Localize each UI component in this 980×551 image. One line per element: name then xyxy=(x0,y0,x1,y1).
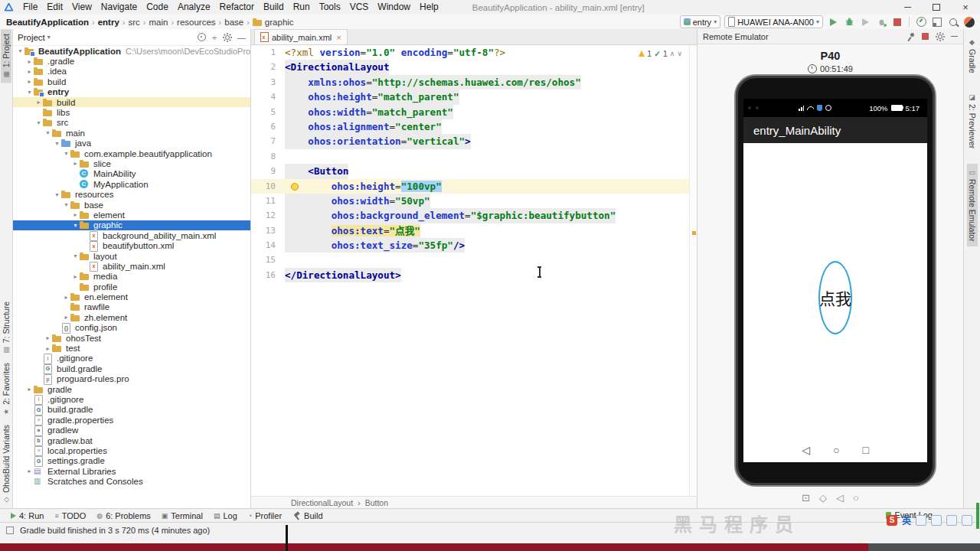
toolwindow-tab-run[interactable]: 4: Run xyxy=(11,511,44,520)
tree-item-build-gradle[interactable]: Gbuild.gradle xyxy=(13,364,250,373)
ime-tool-icon[interactable] xyxy=(946,515,957,526)
tree-item-gradle-properties[interactable]: ≡gradle.properties xyxy=(13,415,250,425)
close-button[interactable]: × xyxy=(951,0,980,15)
tree-item--gitignore[interactable]: i.gitignore xyxy=(13,354,250,364)
tab-ability-main-xml[interactable]: ability_main.xml × xyxy=(254,29,348,44)
breadcrumb-item-base[interactable]: base xyxy=(224,18,243,27)
chevron-right-icon[interactable]: ▸ xyxy=(44,334,52,341)
tree-item-zh-element[interactable]: ▸zh.element xyxy=(13,312,250,322)
tree-item-libs[interactable]: libs xyxy=(13,107,250,117)
background-tasks-icon[interactable] xyxy=(6,527,14,534)
tree-item-build[interactable]: ▸build xyxy=(13,97,250,107)
ime-tool-icon[interactable] xyxy=(916,515,926,526)
locate-file-icon[interactable] xyxy=(198,33,206,41)
chevron-right-icon[interactable]: ▸ xyxy=(71,211,80,218)
toolwindow-tab-todo[interactable]: ≡TODO xyxy=(54,511,86,520)
menu-tools[interactable]: Tools xyxy=(315,2,345,12)
stop-emulator-icon[interactable] xyxy=(922,33,929,40)
home-icon[interactable]: ○ xyxy=(833,444,839,456)
chevron-right-icon[interactable]: ▸ xyxy=(62,294,70,301)
device-select[interactable]: HUAWEI ANA-AN00 ▾ xyxy=(724,15,823,28)
app-button[interactable]: 点我 xyxy=(818,261,852,334)
chevron-down-icon[interactable]: ▾ xyxy=(71,253,80,259)
chevron-right-icon[interactable]: ▸ xyxy=(25,468,34,474)
tree-item-ohostest[interactable]: ▸ohosTest xyxy=(13,333,250,343)
chevron-down-icon[interactable]: ▾ xyxy=(25,89,34,96)
tree-item-mainability[interactable]: MainAbility xyxy=(13,169,250,179)
screenshot-icon[interactable]: ⊡ xyxy=(802,492,810,504)
tree-item-config-json[interactable]: {}config.json xyxy=(13,323,250,333)
chevron-down-icon[interactable]: ▾ xyxy=(34,119,43,126)
chevron-right-icon[interactable]: ▸ xyxy=(71,273,80,280)
chevron-right-icon[interactable]: ▸ xyxy=(25,78,34,85)
ime-tool-icon[interactable] xyxy=(962,515,972,526)
tree-item-media[interactable]: ▸media xyxy=(13,272,250,282)
toolwindow-tab-build[interactable]: Build xyxy=(292,511,322,520)
intention-bulb-icon[interactable] xyxy=(291,183,299,191)
chevron-right-icon[interactable]: ▸ xyxy=(34,99,43,106)
ime-language[interactable]: 英 xyxy=(902,514,911,527)
tree-item-scratches-and-consoles[interactable]: ▥Scratches and Consoles xyxy=(13,476,250,486)
menu-vcs[interactable]: VCS xyxy=(345,2,374,12)
hide-panel-icon[interactable] xyxy=(951,36,958,37)
tree-item-beautifyapplication[interactable]: ▾BeautifyApplicationC:\Users\moon\DevEco… xyxy=(13,46,250,56)
gear-icon[interactable] xyxy=(223,33,231,41)
menu-run[interactable]: Run xyxy=(289,2,315,12)
tree-item-resources[interactable]: ▾resources xyxy=(13,189,250,199)
toolwindow-tab-problems[interactable]: ◍6: Problems xyxy=(96,511,151,520)
chevron-right-icon[interactable]: ▸ xyxy=(25,68,34,75)
tree-item-rawfile[interactable]: rawfile xyxy=(13,302,250,312)
code-area[interactable]: 1<?xml version="1.0" encoding="utf-8"?>2… xyxy=(251,45,697,498)
tree-item--idea[interactable]: ▸.idea xyxy=(13,67,250,77)
chevron-down-icon[interactable]: ▾ xyxy=(62,201,70,208)
tree-item-build[interactable]: ▸build xyxy=(13,77,250,86)
tree-item-layout[interactable]: ▾layout xyxy=(13,251,250,261)
recents-icon[interactable]: □ xyxy=(862,444,868,456)
hide-panel-icon[interactable]: — xyxy=(237,33,246,42)
breadcrumb-item-graphic[interactable]: graphic xyxy=(253,18,294,27)
tree-item-entry[interactable]: ▾entry xyxy=(13,87,250,97)
tree-item-com-example-beautifyapplication[interactable]: ▾com.example.beautifyapplication xyxy=(13,148,250,158)
toolwindows-icon[interactable] xyxy=(931,16,943,28)
close-tab-icon[interactable]: × xyxy=(336,33,341,42)
tree-item-element[interactable]: ▸element xyxy=(13,210,250,220)
toolwindow-tab-2-favorites[interactable]: ★2: Favorites xyxy=(1,358,11,420)
tree-item-slice[interactable]: ▸slice xyxy=(13,158,250,168)
tree-item-settings-gradle[interactable]: Gsettings.gradle xyxy=(13,456,250,466)
chevron-right-icon[interactable]: ▸ xyxy=(25,58,34,65)
scrollbar-warning-mark[interactable] xyxy=(692,231,696,235)
tree-item-external-libraries[interactable]: ▸▤External Libraries xyxy=(13,466,250,476)
emu-back-icon[interactable]: ◁ xyxy=(836,492,844,504)
breadcrumb-item-resources[interactable]: resources xyxy=(177,18,216,27)
gear-icon[interactable] xyxy=(936,32,944,41)
profiler-icon[interactable] xyxy=(915,16,927,28)
stop-button[interactable] xyxy=(891,16,903,28)
tree-item-en-element[interactable]: ▸en.element xyxy=(13,292,250,302)
breadcrumb-item-beautifyapplication[interactable]: BeautifyApplication xyxy=(6,18,89,27)
toolwindow-tab-2-previewer[interactable]: ◪2: Previewer xyxy=(967,89,978,153)
menu-window[interactable]: Window xyxy=(373,2,415,12)
emu-home-icon[interactable]: ○ xyxy=(853,492,859,504)
menu-code[interactable]: Code xyxy=(142,2,173,12)
chevron-down-icon[interactable]: ▾ xyxy=(44,129,52,136)
chevron-down-icon[interactable]: ▾ xyxy=(16,47,24,54)
menu-view[interactable]: View xyxy=(67,2,96,12)
run-button[interactable] xyxy=(827,16,839,28)
chevron-right-icon[interactable]: ▸ xyxy=(62,314,70,321)
chevron-down-icon[interactable]: ▾ xyxy=(62,150,70,157)
toolwindow-tab-profiler[interactable]: ◔Profiler xyxy=(248,511,282,520)
tree-item-graphic[interactable]: ▾graphic xyxy=(13,220,250,230)
project-view-select[interactable]: Project ▾ xyxy=(18,33,51,42)
tree-item--gradle[interactable]: ▸.gradle xyxy=(13,56,250,66)
tree-item-background-ability-main-xml[interactable]: xbackground_ability_main.xml xyxy=(13,230,250,240)
chevron-right-icon[interactable]: ▸ xyxy=(44,345,52,352)
pin-icon[interactable] xyxy=(907,33,915,41)
inspection-widget[interactable]: 1 ✓ 1 ∧ ∨ xyxy=(636,48,684,59)
toolwindow-tab-ohosbuild-variants[interactable]: ◇OhosBuild Variants xyxy=(1,420,11,508)
chevron-down-icon[interactable]: ▾ xyxy=(53,140,61,147)
back-icon[interactable]: ◁ xyxy=(802,444,810,456)
tree-item-gradlew-bat[interactable]: bgradlew.bat xyxy=(13,435,250,445)
menu-refactor[interactable]: Refactor xyxy=(215,2,259,12)
menu-file[interactable]: File xyxy=(18,2,42,12)
menu-navigate[interactable]: Navigate xyxy=(96,2,142,12)
